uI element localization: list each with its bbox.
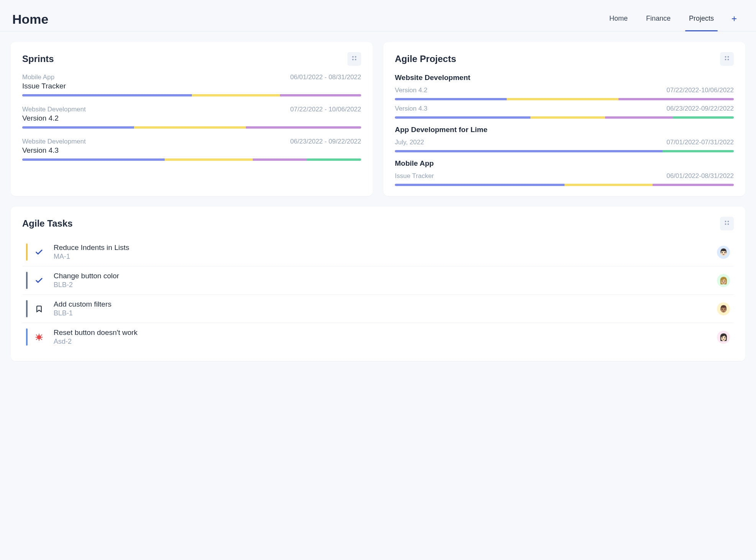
page-title: Home	[12, 12, 48, 27]
svg-rect-21	[36, 338, 38, 340]
agile-projects-list: Website DevelopmentVersion 4.207/22/2022…	[395, 73, 734, 186]
agile-version-row[interactable]: Version 4.306/23/2022-09/22/2022	[395, 105, 734, 113]
task-title: Reset button doesn't work	[54, 328, 717, 337]
grip-handle[interactable]	[720, 52, 734, 66]
agile-project-title: Website Development	[395, 73, 734, 82]
progress-segment	[653, 184, 734, 186]
progress-segment	[395, 116, 530, 119]
card-header: Agile Tasks	[22, 217, 734, 230]
grip-handle[interactable]	[347, 52, 361, 66]
progress-segment	[395, 184, 565, 186]
svg-rect-10	[725, 221, 727, 222]
assignee-avatar[interactable]: 👨🏽	[717, 302, 730, 315]
sprint-item[interactable]: Website Development06/23/2022 - 09/22/20…	[22, 138, 361, 161]
agile-tasks-title: Agile Tasks	[22, 218, 73, 229]
agile-version-name: Version 4.3	[395, 105, 427, 113]
tab-finance[interactable]: Finance	[638, 8, 678, 31]
agile-project-group: Website DevelopmentVersion 4.207/22/2022…	[395, 73, 734, 119]
add-tab-button[interactable]	[725, 11, 744, 28]
progress-segment	[307, 158, 361, 161]
sprints-card: Sprints Mobile App06/01/2022 - 08/31/202…	[11, 42, 373, 196]
progress-bar	[395, 150, 734, 152]
progress-segment	[134, 126, 246, 129]
check-icon	[34, 276, 44, 285]
svg-rect-6	[725, 56, 727, 58]
sprint-header: Website Development06/23/2022 - 09/22/20…	[22, 138, 361, 145]
agile-version-row[interactable]: Version 4.207/22/2022-10/06/2022	[395, 87, 734, 94]
plus-icon	[731, 15, 738, 24]
agile-project-group: Mobile AppIssue Tracker06/01/2022-08/31/…	[395, 159, 734, 186]
progress-bar	[22, 158, 361, 161]
card-header: Sprints	[22, 52, 361, 66]
progress-segment	[395, 98, 507, 100]
task-title: Add custom filters	[54, 300, 717, 309]
progress-segment	[165, 158, 253, 161]
agile-version-dates: 07/01/2022-07/31/2022	[666, 139, 734, 146]
sprint-header: Mobile App06/01/2022 - 08/31/2022	[22, 73, 361, 81]
progress-segment	[22, 126, 134, 129]
svg-rect-7	[728, 56, 729, 58]
agile-version-name: Version 4.2	[395, 87, 427, 94]
progress-segment	[246, 126, 361, 129]
tabs: Home Finance Projects	[602, 8, 744, 31]
task-row[interactable]: Reset button doesn't workAsd-2👩🏻	[22, 323, 734, 351]
grip-icon	[724, 56, 730, 62]
sprint-dates: 06/01/2022 - 08/31/2022	[290, 73, 361, 81]
agile-projects-title: Agile Projects	[395, 54, 456, 64]
task-row[interactable]: Change button colorBLB-2👩🏼	[22, 266, 734, 295]
agile-version-name: July, 2022	[395, 139, 424, 146]
task-id: MA-1	[54, 253, 717, 261]
svg-rect-12	[725, 224, 727, 225]
task-priority-bar	[26, 328, 28, 346]
agile-version-row[interactable]: Issue Tracker06/01/2022-08/31/2022	[395, 172, 734, 180]
progress-bar	[395, 98, 734, 100]
svg-rect-4	[352, 59, 354, 60]
assignee-avatar[interactable]: 👨🏻	[717, 246, 730, 259]
agile-project-title: App Development for Lime	[395, 126, 734, 134]
progress-segment	[395, 150, 663, 152]
grip-handle[interactable]	[720, 217, 734, 230]
task-body: Reset button doesn't workAsd-2	[54, 328, 717, 346]
agile-version-dates: 06/23/2022-09/22/2022	[666, 105, 734, 113]
svg-rect-17	[36, 337, 37, 338]
svg-rect-15	[39, 333, 39, 335]
progress-segment	[192, 94, 280, 96]
grip-icon	[352, 56, 357, 62]
svg-rect-5	[355, 59, 357, 60]
progress-bar	[22, 94, 361, 96]
progress-segment	[253, 158, 307, 161]
sprint-item[interactable]: Website Development07/22/2022 - 10/06/20…	[22, 106, 361, 129]
svg-rect-20	[41, 334, 42, 336]
agile-project-group: App Development for LimeJuly, 202207/01/…	[395, 126, 734, 152]
sprint-header: Website Development07/22/2022 - 10/06/20…	[22, 106, 361, 113]
task-title: Change button color	[54, 272, 717, 280]
task-row[interactable]: Add custom filtersBLB-1👨🏽	[22, 295, 734, 323]
task-row[interactable]: Reduce Indents in ListsMA-1👨🏻	[22, 238, 734, 266]
svg-rect-8	[725, 59, 727, 60]
task-body: Add custom filtersBLB-1	[54, 300, 717, 317]
agile-version-row[interactable]: July, 202207/01/2022-07/31/2022	[395, 139, 734, 146]
progress-segment	[22, 158, 165, 161]
svg-rect-3	[355, 56, 357, 58]
agile-version-name: Issue Tracker	[395, 172, 434, 180]
tab-home[interactable]: Home	[602, 8, 635, 31]
progress-bar	[22, 126, 361, 129]
progress-bar	[395, 116, 734, 119]
agile-tasks-card: Agile Tasks Reduce Indents in ListsMA-1👨…	[11, 207, 745, 361]
sprints-title: Sprints	[22, 54, 54, 64]
sprint-name: Version 4.2	[22, 114, 361, 122]
progress-segment	[565, 184, 653, 186]
sprint-name: Version 4.3	[22, 146, 361, 155]
svg-rect-16	[39, 339, 39, 341]
tasks-list: Reduce Indents in ListsMA-1👨🏻Change butt…	[22, 238, 734, 351]
header: Home Home Finance Projects	[0, 0, 756, 31]
sprint-item[interactable]: Mobile App06/01/2022 - 08/31/2022Issue T…	[22, 73, 361, 96]
agile-version-dates: 07/22/2022-10/06/2022	[666, 87, 734, 94]
assignee-avatar[interactable]: 👩🏻	[717, 331, 730, 344]
svg-rect-13	[728, 224, 729, 225]
tab-projects[interactable]: Projects	[681, 8, 722, 31]
check-icon	[34, 248, 44, 256]
assignee-avatar[interactable]: 👩🏼	[717, 274, 730, 287]
progress-segment	[605, 116, 673, 119]
agile-version-dates: 06/01/2022-08/31/2022	[666, 172, 734, 180]
